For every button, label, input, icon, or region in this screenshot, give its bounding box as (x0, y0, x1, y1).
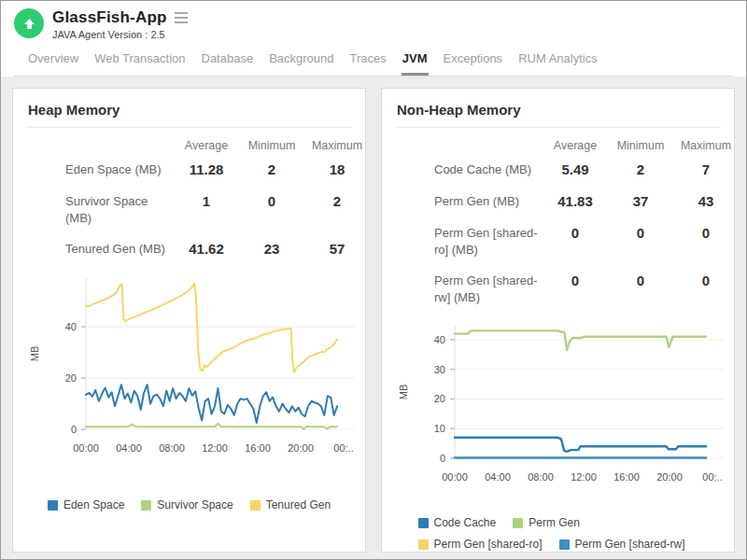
column-header-minimum: Minimum (239, 139, 304, 152)
cell-value: 5.49 (543, 161, 608, 178)
cell-value: 1 (174, 193, 239, 210)
cell-value: 0 (239, 193, 304, 210)
app-status-icon (14, 8, 44, 38)
legend-label: Tenured Gen (266, 498, 331, 511)
non-heap-memory-table: AverageMinimumMaximumCode Cache (MB)5.49… (395, 132, 721, 313)
legend-item-perm-gen-shared-ro[interactable]: Perm Gen [shared-ro] (418, 538, 543, 551)
column-header-minimum: Minimum (608, 139, 673, 152)
row-label: Perm Gen [shared-rw] (MB) (395, 273, 543, 305)
x-tick-label: 00:00 (442, 471, 468, 483)
app-header: GlassFish-App JAVA Agent Version : 2.5 O… (1, 1, 746, 77)
y-tick-label: 30 (434, 364, 445, 375)
cell-value: 0 (608, 273, 673, 289)
non-heap-memory-chart: 01020304000:0004:0008:0012:0016:0020:000… (395, 320, 724, 499)
y-tick-label: 40 (65, 321, 77, 332)
agent-version-label: JAVA Agent Version : 2.5 (52, 29, 190, 40)
tab-database[interactable]: Database (201, 51, 255, 76)
legend-label: Perm Gen [shared-rw] (575, 538, 685, 551)
non-heap-memory-panel: Non-Heap Memory AverageMinimumMaximumCod… (381, 88, 735, 553)
row-label: Code Cache (MB) (395, 161, 543, 178)
legend-swatch (418, 518, 429, 528)
x-tick-label: 04:00 (116, 442, 142, 454)
cell-value: 23 (239, 241, 304, 258)
row-label: Perm Gen (MB) (395, 193, 543, 210)
column-header-average: Average (543, 139, 608, 152)
table-row-perm-gen-shared-rw-mb: Perm Gen [shared-rw] (MB)000 (395, 265, 721, 313)
hamburger-menu-icon[interactable] (173, 10, 190, 25)
cell-value: 11.28 (174, 161, 239, 178)
legend-item-eden-space[interactable]: Eden Space (48, 498, 124, 511)
cell-value: 0 (673, 225, 735, 242)
tab-background[interactable]: Background (268, 51, 334, 76)
y-axis-label: MB (398, 385, 409, 400)
heap-memory-chart-area: 0204000:0004:0008:0012:0016:0020:0000:..… (26, 273, 352, 474)
table-header-row: AverageMinimumMaximum (395, 132, 721, 154)
y-tick-label: 0 (71, 424, 77, 435)
legend-item-perm-gen[interactable]: Perm Gen (513, 516, 580, 529)
table-row-perm-gen-mb: Perm Gen (MB)41.833743 (395, 186, 721, 217)
cell-value: 0 (608, 225, 673, 242)
legend-swatch (141, 500, 151, 511)
x-tick-label: 20:00 (288, 442, 314, 454)
cell-value: 43 (673, 193, 735, 210)
table-row-code-cache-mb: Code Cache (MB)5.4927 (395, 154, 721, 186)
series-line-perm-gen (455, 331, 706, 351)
tab-overview[interactable]: Overview (27, 51, 79, 76)
table-row-perm-gen-shared-ro-mb: Perm Gen [shared-ro] (MB)000 (395, 217, 721, 265)
x-tick-label: 08:00 (528, 471, 554, 483)
y-tick-label: 40 (434, 334, 445, 345)
non-heap-memory-chart-area: 01020304000:0004:0008:0012:0016:0020:000… (395, 320, 721, 503)
x-tick-label: 12:00 (202, 442, 228, 454)
x-tick-label: 00:.. (702, 471, 722, 483)
cell-value: 2 (608, 161, 673, 178)
series-line-survivor-space (86, 424, 337, 429)
table-row-survivor-space-mb: Survivor Space (MB)102 (26, 186, 352, 233)
table-row-eden-space-mb: Eden Space (MB)11.28218 (26, 154, 352, 186)
up-arrow-icon (21, 16, 37, 32)
x-tick-label: 04:00 (485, 471, 511, 483)
legend-item-perm-gen-shared-rw[interactable]: Perm Gen [shared-rw] (559, 538, 685, 551)
cell-value: 41.83 (543, 193, 608, 210)
row-label: Perm Gen [shared-ro] (MB) (395, 225, 543, 258)
non-heap-memory-title: Non-Heap Memory (395, 100, 721, 128)
legend-item-tenured-gen[interactable]: Tenured Gen (250, 498, 331, 511)
legend-label: Eden Space (63, 498, 124, 511)
tab-traces[interactable]: Traces (349, 51, 388, 76)
cell-value: 0 (543, 225, 608, 242)
tab-exceptions[interactable]: Exceptions (443, 51, 504, 76)
x-tick-label: 00:.. (333, 442, 353, 454)
table-row-tenured-gen-mb: Tenured Gen (MB)41.622357 (26, 233, 352, 265)
x-tick-label: 16:00 (613, 471, 640, 483)
cell-value: 7 (673, 161, 735, 178)
legend-swatch (418, 539, 429, 550)
cell-value: 2 (304, 193, 366, 210)
x-tick-label: 16:00 (245, 442, 271, 454)
dashboard-content: Heap Memory AverageMinimumMaximumEden Sp… (1, 77, 746, 553)
tab-bar: OverviewWeb TransactionDatabaseBackgroun… (14, 40, 733, 77)
cell-value: 0 (673, 273, 735, 289)
table-header-row: AverageMinimumMaximum (26, 132, 352, 154)
legend-item-code-cache[interactable]: Code Cache (418, 516, 497, 529)
legend-label: Code Cache (434, 516, 497, 529)
legend-swatch (250, 500, 261, 511)
x-tick-label: 12:00 (571, 471, 597, 483)
y-axis-label: MB (29, 346, 40, 362)
tab-web-transaction[interactable]: Web Transaction (93, 51, 186, 76)
heap-memory-title: Heap Memory (26, 100, 352, 128)
app-title: GlassFish-App (52, 8, 167, 27)
row-label: Eden Space (MB) (26, 161, 174, 178)
row-label: Tenured Gen (MB) (26, 241, 174, 258)
x-tick-label: 00:00 (73, 442, 99, 454)
y-tick-label: 20 (65, 372, 77, 384)
legend-swatch (48, 500, 58, 511)
legend-label: Perm Gen [shared-ro] (434, 538, 543, 551)
tab-rum-analytics[interactable]: RUM Analytics (517, 51, 599, 76)
tab-jvm[interactable]: JVM (402, 51, 429, 76)
column-header-maximum: Maximum (673, 139, 735, 152)
cell-value: 57 (304, 241, 366, 258)
y-tick-label: 20 (434, 394, 445, 405)
column-header-average: Average (174, 139, 239, 152)
legend-label: Survivor Space (157, 498, 233, 511)
legend-item-survivor-space[interactable]: Survivor Space (141, 498, 233, 511)
series-line-code-cache (455, 438, 706, 452)
